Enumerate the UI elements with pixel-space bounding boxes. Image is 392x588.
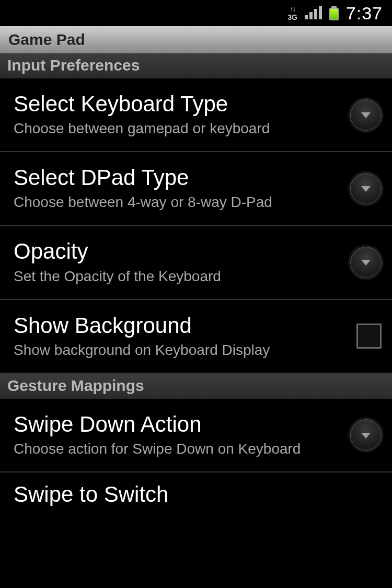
section-header-label: Input Preferences (7, 56, 140, 74)
pref-swipe-to-switch[interactable]: Swipe to Switch (0, 472, 392, 506)
section-header-gesture-mappings: Gesture Mappings (0, 374, 392, 399)
pref-title: Select Keyboard Type (14, 92, 341, 116)
pref-summary: Choose action for Swipe Down on Keyboard (14, 440, 341, 458)
section-header-input-preferences: Input Preferences (0, 53, 392, 78)
signal-icon (305, 7, 322, 19)
chevron-down-icon[interactable] (350, 419, 382, 451)
pref-swipe-down-action[interactable]: Swipe Down Action Choose action for Swip… (0, 399, 392, 472)
pref-title: Show Background (14, 314, 347, 338)
chevron-down-icon[interactable] (350, 173, 382, 204)
status-clock: 7:37 (346, 3, 383, 24)
chevron-down-icon[interactable] (350, 99, 382, 131)
pref-title: Swipe Down Action (14, 412, 341, 436)
pref-summary: Set the Opacity of the Keyboard (14, 267, 341, 285)
pref-summary: Choose between gamepad or keyboard (14, 119, 341, 137)
title-bar: Game Pad (0, 26, 392, 53)
chevron-down-icon[interactable] (350, 247, 382, 278)
status-bar: ↑↓ 3G 7:37 (0, 0, 392, 26)
pref-opacity[interactable]: Opacity Set the Opacity of the Keyboard (0, 226, 392, 299)
pref-title: Swipe to Switch (14, 482, 382, 506)
page-title: Game Pad (8, 31, 85, 49)
settings-list: Select Keyboard Type Choose between game… (0, 78, 392, 374)
checkbox[interactable] (356, 324, 382, 349)
pref-title: Opacity (14, 239, 341, 263)
pref-select-keyboard-type[interactable]: Select Keyboard Type Choose between game… (0, 78, 392, 152)
pref-select-dpad-type[interactable]: Select DPad Type Choose between 4-way or… (0, 152, 392, 226)
battery-icon (329, 6, 339, 20)
section-header-label: Gesture Mappings (7, 377, 144, 394)
pref-summary: Show background on Keyboard Display (14, 341, 347, 359)
pref-summary: Choose between 4-way or 8-way D-Pad (14, 193, 341, 211)
pref-show-background[interactable]: Show Background Show background on Keybo… (0, 300, 392, 374)
network-3g-icon: ↑↓ 3G (287, 5, 297, 21)
pref-title: Select DPad Type (14, 166, 341, 190)
settings-list: Swipe Down Action Choose action for Swip… (0, 399, 392, 506)
